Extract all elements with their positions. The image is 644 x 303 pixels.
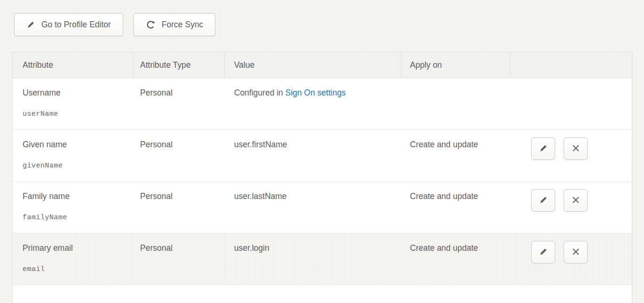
attribute-variable: givenName <box>23 162 128 170</box>
value-text: Configured in <box>234 88 285 97</box>
value-cell: user.lastName <box>225 182 401 233</box>
pencil-icon <box>26 20 35 29</box>
close-icon <box>572 247 580 257</box>
value-cell: user.firstName <box>225 130 401 182</box>
force-sync-button[interactable]: Force Sync <box>134 13 216 36</box>
attribute-type: Personal <box>133 78 225 130</box>
go-to-profile-editor-label: Go to Profile Editor <box>41 20 111 30</box>
delete-attribute-button[interactable] <box>564 189 588 212</box>
refresh-icon <box>146 20 156 30</box>
attribute-label: Primary email <box>23 243 128 253</box>
table-row-partial <box>12 285 632 303</box>
actions-cell <box>510 182 632 233</box>
edit-attribute-button[interactable] <box>531 241 555 263</box>
actions-cell <box>510 78 632 130</box>
toolbar: Go to Profile Editor Force Sync <box>14 13 644 36</box>
column-header-attribute-type: Attribute Type <box>133 52 225 78</box>
apply-on-cell: Create and update <box>401 233 510 285</box>
edit-attribute-button[interactable] <box>531 189 555 212</box>
edit-attribute-button[interactable] <box>531 137 555 160</box>
close-icon <box>572 144 580 154</box>
attribute-label: Username <box>23 88 128 98</box>
pencil-icon <box>539 195 548 206</box>
apply-on-cell <box>401 78 510 130</box>
close-icon <box>572 196 580 206</box>
attribute-variable: email <box>23 265 128 273</box>
table-header-row: Attribute Attribute Type Value Apply on <box>12 52 632 78</box>
table-row-username: Username userName Personal Configured in… <box>12 78 632 130</box>
column-header-attribute: Attribute <box>12 52 133 78</box>
apply-on-cell: Create and update <box>401 130 510 182</box>
column-header-apply-on: Apply on <box>401 52 510 78</box>
value-cell: user.login <box>225 233 401 285</box>
table-row-family-name: Family name familyName Personal user.las… <box>12 182 632 233</box>
actions-cell <box>510 130 632 182</box>
go-to-profile-editor-button[interactable]: Go to Profile Editor <box>14 13 123 36</box>
pencil-icon <box>539 144 548 154</box>
delete-attribute-button[interactable] <box>564 241 588 263</box>
value-cell: Configured in Sign On settings <box>225 78 401 130</box>
attribute-type: Personal <box>133 130 225 182</box>
attribute-variable: userName <box>23 110 128 118</box>
sign-on-settings-link[interactable]: Sign On settings <box>285 88 346 97</box>
attribute-mapping-table: Attribute Attribute Type Value Apply on … <box>12 52 632 303</box>
table-row-primary-email: Primary email email Personal user.login … <box>12 233 632 285</box>
actions-cell <box>510 233 632 285</box>
attribute-type: Personal <box>133 233 225 285</box>
pencil-icon <box>539 247 548 258</box>
column-header-actions <box>510 52 632 78</box>
attribute-label: Given name <box>23 140 128 150</box>
force-sync-label: Force Sync <box>162 20 204 30</box>
column-header-value: Value <box>225 52 401 78</box>
delete-attribute-button[interactable] <box>564 137 588 160</box>
attribute-type: Personal <box>133 182 225 233</box>
attribute-label: Family name <box>23 191 128 201</box>
table-row-given-name: Given name givenName Personal user.first… <box>12 130 632 182</box>
attribute-variable: familyName <box>23 214 128 222</box>
apply-on-cell: Create and update <box>401 182 510 233</box>
